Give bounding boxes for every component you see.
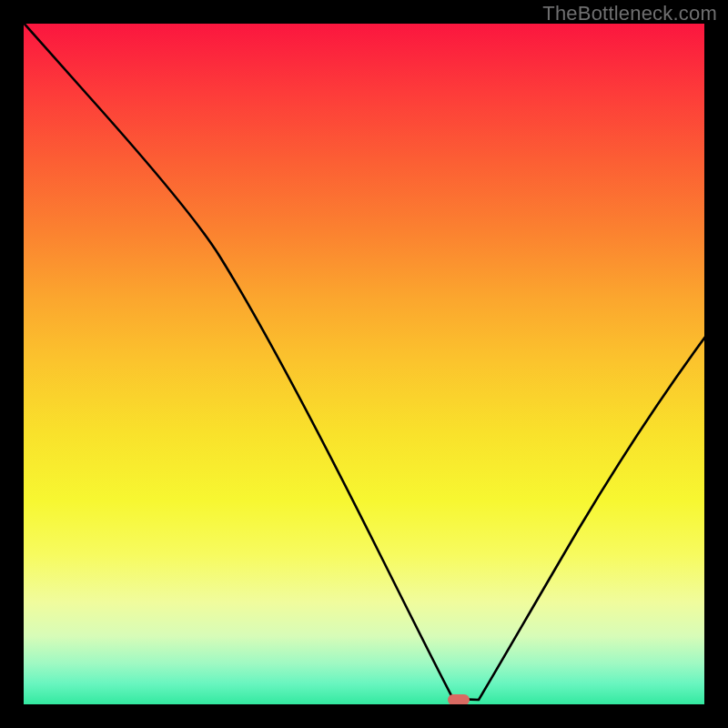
curve-path <box>24 24 704 700</box>
watermark-text: TheBottleneck.com <box>542 2 717 25</box>
minimum-marker <box>448 694 470 704</box>
plot-area <box>24 24 704 704</box>
bottleneck-curve <box>24 24 704 704</box>
chart-frame: TheBottleneck.com <box>0 0 728 728</box>
